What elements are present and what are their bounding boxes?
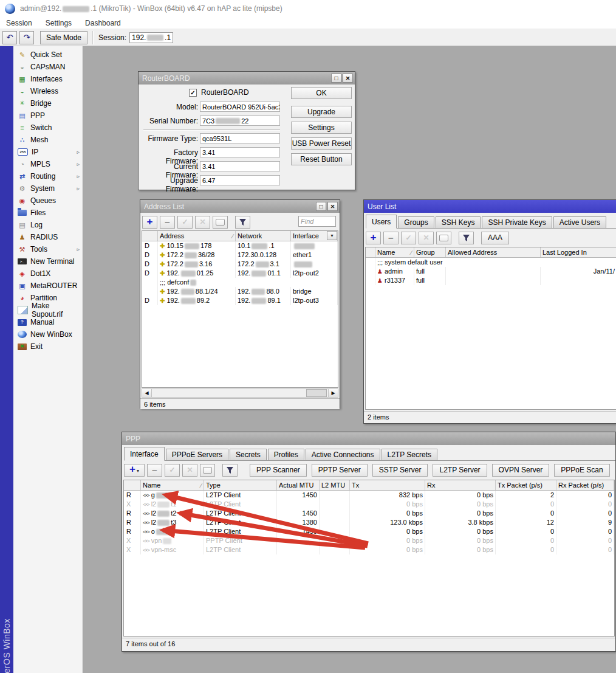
sstp-server-button[interactable]: SSTP Server	[372, 464, 428, 477]
remove-button[interactable]	[383, 232, 399, 244]
scroll-left-button[interactable]: ◀	[142, 389, 152, 397]
column-header-network[interactable]: Network	[236, 231, 291, 241]
undo-button[interactable]	[2, 31, 17, 44]
sidebar-item-new-winbox[interactable]: New WinBox	[13, 328, 83, 340]
table-row[interactable]: D✚172.23.16172.23.1	[142, 260, 338, 269]
table-row[interactable]: R<•>oL2TP Client14500 bps0 bps00	[124, 527, 614, 536]
close-button[interactable]	[343, 74, 353, 83]
disable-button[interactable]	[182, 464, 197, 477]
sidebar-item-mpls[interactable]: MPLS▹	[13, 158, 83, 170]
table-row[interactable]: D✚192.89.2192.89.1l2tp-out3	[142, 296, 338, 305]
scroll-right-button[interactable]: ▶	[328, 389, 338, 397]
column-header-tx-packet-p-s[interactable]: Tx Packet (p/s)	[496, 480, 556, 490]
maximize-button[interactable]	[331, 74, 341, 83]
table-row[interactable]: ♟adminfullJan/11/	[366, 267, 616, 276]
tab-users[interactable]: Users	[366, 215, 397, 229]
sidebar-item-radius[interactable]: RADIUS	[13, 231, 83, 243]
column-header-last-logged-in[interactable]: Last Logged In	[541, 247, 616, 257]
column-header-name[interactable]: Name∕	[141, 480, 204, 490]
table-row[interactable]: R<•>gL2TP Client1450832 bps0 bps20	[124, 491, 614, 500]
tab-profiles[interactable]: Profiles	[268, 449, 304, 460]
aaa-button[interactable]: AAA	[481, 232, 509, 244]
reset-button-button[interactable]: Reset Button	[291, 153, 352, 165]
column-header-address[interactable]: Address∕	[158, 231, 236, 241]
disable-button[interactable]	[195, 216, 210, 229]
remove-button[interactable]	[147, 464, 162, 477]
sidebar-item-quick-set[interactable]: Quick Set	[13, 49, 83, 61]
sidebar-item-switch[interactable]: Switch	[13, 122, 83, 134]
upgrade-button[interactable]: Upgrade	[291, 106, 352, 118]
column-header-rx-packet-p-s[interactable]: Rx Packet (p/s)	[556, 480, 614, 490]
scroll-track[interactable]	[152, 389, 328, 397]
routerboard-titlebar[interactable]: RouterBOARD	[139, 72, 355, 85]
horizontal-scrollbar[interactable]: ◀ ▶	[142, 388, 338, 398]
sidebar-item-capsman[interactable]: CAPsMAN	[13, 61, 83, 73]
find-input[interactable]	[298, 216, 336, 227]
comment-button[interactable]	[436, 232, 451, 244]
table-row[interactable]: ;;; system default user	[366, 258, 616, 267]
sidebar-item-new-terminal[interactable]: New Terminal	[13, 255, 83, 267]
address-list-titlebar[interactable]: Address List	[140, 200, 340, 213]
table-row[interactable]: R<•>l2t2L2TP Client14500 bps0 bps00	[124, 509, 614, 518]
field-model[interactable]: RouterBOARD 952Ui-5ac2n	[200, 102, 280, 112]
sidebar-item-manual[interactable]: Manual	[13, 316, 83, 328]
table-row[interactable]: D✚172.236/28172.30.0.128ether1	[142, 250, 338, 260]
column-header-rx[interactable]: Rx	[425, 480, 496, 490]
field-serial-number[interactable]: 7C322	[200, 116, 280, 126]
enable-button[interactable]	[177, 216, 193, 229]
column-header-l2-mtu[interactable]: L2 MTU	[320, 480, 350, 490]
sidebar-item-log[interactable]: Log	[13, 219, 83, 231]
filter-button[interactable]	[235, 216, 250, 229]
session-field[interactable]: 192..1	[129, 32, 173, 43]
comment-button[interactable]	[213, 216, 228, 229]
column-header-allowed-address[interactable]: Allowed Address	[446, 247, 541, 257]
sidebar-item-routing[interactable]: Routing▹	[13, 170, 83, 182]
sidebar-item-exit[interactable]: Exit	[13, 340, 83, 353]
field-factory-firmware[interactable]: 3.41	[200, 147, 280, 157]
sidebar-item-wireless[interactable]: Wireless	[13, 85, 83, 97]
table-row[interactable]: ✚192.88.1/24192.88.0bridge	[142, 287, 338, 296]
tab-interface[interactable]: Interface	[124, 447, 165, 461]
safe-mode-button[interactable]: Safe Mode	[40, 31, 87, 44]
field-upgrade-firmware[interactable]: 6.47	[200, 175, 280, 185]
sidebar-item-tools[interactable]: Tools▹	[13, 243, 83, 255]
sidebar-item-queues[interactable]: Queues	[13, 195, 83, 207]
remove-button[interactable]	[160, 216, 175, 229]
close-button[interactable]	[327, 202, 338, 211]
pptp-server-button[interactable]: PPTP Server	[312, 464, 368, 477]
ppp-scanner-button[interactable]: PPP Scanner	[250, 464, 307, 477]
tab-pppoe-servers[interactable]: PPPoE Servers	[166, 449, 228, 460]
sidebar-item-dot1x[interactable]: Dot1X	[13, 267, 83, 280]
tab-secrets[interactable]: Secrets	[230, 449, 267, 460]
add-button[interactable]	[366, 232, 381, 244]
column-header-name[interactable]: Name∕	[375, 247, 414, 257]
redo-button[interactable]	[19, 31, 34, 44]
sidebar-item-make-supout-rif[interactable]: Make Supout.rif	[13, 304, 83, 316]
add-button[interactable]	[124, 464, 145, 477]
disable-button[interactable]	[419, 232, 434, 244]
table-row[interactable]: D✚10.1517810.1.1	[142, 241, 338, 250]
sidebar-item-ppp[interactable]: PPP	[13, 109, 83, 122]
field-firmware-type[interactable]: qca9531L	[200, 133, 280, 143]
table-row[interactable]: X<•>l2t1L2TP Client0 bps0 bps00	[124, 500, 614, 509]
filter-button[interactable]	[459, 232, 474, 244]
tab-ssh-private-keys[interactable]: SSH Private Keys	[482, 216, 552, 228]
tab-active-users[interactable]: Active Users	[553, 216, 606, 228]
tab-active-connections[interactable]: Active Connections	[306, 449, 380, 460]
tab-l2tp-secrets[interactable]: L2TP Secrets	[382, 449, 437, 460]
sidebar-item-ip[interactable]: IP▹	[13, 146, 83, 158]
table-row[interactable]: ;;; defconf	[142, 278, 338, 287]
sidebar-item-files[interactable]: Files	[13, 207, 83, 219]
enable-button[interactable]	[401, 232, 416, 244]
tab-ssh-keys[interactable]: SSH Keys	[436, 216, 481, 228]
pppoe-scan-button[interactable]: PPPoE Scan	[554, 464, 609, 477]
column-header-type[interactable]: Type	[204, 480, 277, 490]
table-row[interactable]: R<•>l2t3L2TP Client1380123.0 kbps3.8 kbp…	[124, 518, 614, 527]
tab-groups[interactable]: Groups	[398, 216, 434, 228]
menu-session[interactable]: Session	[6, 19, 32, 27]
sidebar-item-metarouter[interactable]: MetaROUTER	[13, 280, 83, 292]
scroll-thumb[interactable]	[306, 389, 327, 397]
table-row[interactable]: X<•>vpn-mscL2TP Client0 bps0 bps00	[124, 545, 614, 554]
user-list-titlebar[interactable]: User List	[364, 200, 616, 213]
settings-button[interactable]: Settings	[291, 122, 352, 134]
